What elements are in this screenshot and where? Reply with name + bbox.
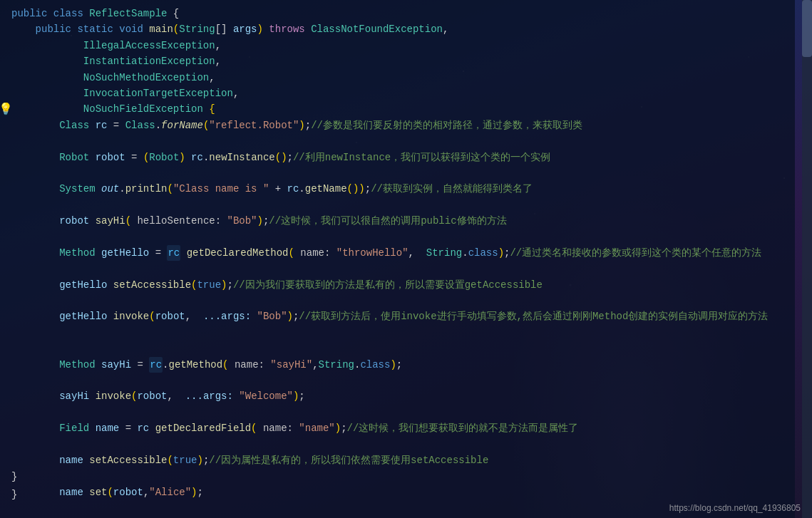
- var-out: out: [101, 181, 119, 197]
- method-main: main: [149, 21, 173, 37]
- eq5: =: [125, 420, 138, 436]
- brace-method: {: [209, 101, 215, 117]
- code-panel: public class ReflectSample { public stat…: [0, 0, 795, 518]
- code-line-8: Class rc = Class.forName("reflect.Robot"…: [0, 118, 795, 133]
- method-set: set: [89, 485, 107, 500]
- var-args: args: [233, 21, 257, 37]
- code-line-11: [0, 165, 795, 181]
- kw-public: public: [36, 21, 78, 37]
- empty9: [11, 133, 17, 149]
- code-line-13: [0, 197, 795, 213]
- var-gethello2: getHello: [59, 277, 113, 293]
- str-alice: "Alice": [149, 485, 191, 500]
- empty21: [11, 325, 17, 341]
- kw-static: static: [77, 21, 119, 37]
- code-line-12: System out.println("Class name is " + rc…: [0, 181, 795, 197]
- type-class: Class: [59, 118, 95, 133]
- keyword-class: class: [53, 6, 89, 21]
- indent25: [11, 388, 59, 404]
- semi12: ;: [197, 485, 203, 500]
- comment3: //获取到实例，自然就能得到类名了: [371, 181, 533, 197]
- watermark: https://blog.csdn.net/qq_41936805: [669, 502, 801, 515]
- semi11: ;: [203, 452, 209, 468]
- str-sayhi: "sayHi": [270, 357, 312, 373]
- p17: ): [287, 309, 293, 324]
- method-invoke: invoke: [113, 309, 149, 324]
- indent3: [11, 38, 83, 53]
- comment4: //这时候，我们可以很自然的调用public修饰的方法: [269, 213, 506, 229]
- empty24: [11, 373, 17, 388]
- param-name2: name:: [235, 357, 270, 373]
- var-rc-highlight2: rc: [149, 357, 163, 373]
- dot2: .: [203, 150, 209, 165]
- type-ite: InvocationTargetException: [83, 86, 233, 101]
- semi9: ;: [299, 388, 304, 404]
- code-line-9: [0, 133, 795, 149]
- closing-brace-method: }: [11, 468, 17, 486]
- var-name3: name: [59, 485, 89, 500]
- brace-open: {: [173, 6, 179, 21]
- str-bob: "Bob": [227, 213, 257, 229]
- indent7: [11, 101, 83, 117]
- method-getdeclared: getDeclaredMethod: [187, 245, 289, 261]
- plus1: +: [269, 181, 287, 197]
- scrollbar[interactable]: [802, 0, 812, 518]
- var-robot3: robot: [155, 309, 185, 324]
- scrollbar-thumb[interactable]: [802, 0, 812, 57]
- comment5: //通过类名和接收的参数或得到这个类的某个任意的方法: [510, 245, 761, 261]
- comma6: ,: [408, 245, 426, 261]
- bottom-braces: } }: [11, 468, 17, 504]
- type-class2: Class: [125, 118, 155, 133]
- code-line-25: sayHi invoke(robot, ...args: "Welcome");: [0, 388, 795, 404]
- comment7: //获取到方法后，使用invoke进行手动填写参数,然后会通过刚刚Method创…: [299, 309, 768, 324]
- comma8: ,: [312, 357, 318, 373]
- p23: ): [335, 420, 341, 436]
- method-sayhi: sayHi: [96, 213, 125, 229]
- code-line-4: InstantiationException,: [0, 53, 795, 69]
- p7: (): [275, 150, 287, 165]
- var-robot5: robot: [113, 485, 143, 500]
- eq4: =: [137, 357, 149, 373]
- method-getdeclaredfield: getDeclaredField: [155, 420, 251, 436]
- empty17: [11, 261, 17, 276]
- keyword-public: public: [11, 6, 53, 21]
- comma5: ,: [233, 86, 239, 101]
- eq1: =: [113, 118, 125, 133]
- code-line-3: IllegalAccessException,: [0, 38, 795, 53]
- paren2: ): [257, 21, 269, 37]
- var-rc-highlight: rc: [167, 245, 180, 261]
- var-name: name: [96, 420, 125, 436]
- param-hello-label: helloSentence:: [137, 213, 227, 229]
- dot1: .: [155, 118, 161, 133]
- p10: (: [125, 213, 138, 229]
- indent4: [11, 53, 83, 69]
- method-newinstance: newInstance: [209, 150, 274, 165]
- p24: (: [167, 452, 173, 468]
- str-robot: "reflect.Robot": [209, 118, 299, 133]
- code-line-19: [0, 293, 795, 309]
- indent2: [11, 21, 36, 37]
- code-line-26: [0, 405, 795, 420]
- comma4: ,: [209, 70, 215, 86]
- str-bob2: "Bob": [257, 309, 287, 324]
- semi7: ;: [293, 309, 299, 324]
- code-line-20: getHello invoke(robot, ...args: "Bob");/…: [0, 309, 795, 324]
- comma9: ,: [167, 388, 185, 404]
- kw-class2: class: [360, 357, 390, 373]
- p13: ): [498, 245, 504, 261]
- var-rc3: rc: [287, 181, 299, 197]
- semi8: ;: [396, 357, 402, 373]
- method-forname: forName: [161, 118, 203, 133]
- indent12: [11, 181, 59, 197]
- p11: ): [257, 213, 263, 229]
- kw-void: void: [119, 21, 149, 37]
- arr: []: [215, 21, 233, 37]
- code-line-28: [0, 437, 795, 452]
- comma3: ,: [215, 53, 221, 69]
- method-setacc: setAccessible: [113, 277, 191, 293]
- code-line-29: name setAccessible(true);//因为属性是私有的，所以我们…: [0, 452, 795, 468]
- type-string2: String: [426, 245, 462, 261]
- comma7: ,: [185, 309, 203, 324]
- p9: ()): [347, 181, 365, 197]
- code-line-21: [0, 325, 795, 341]
